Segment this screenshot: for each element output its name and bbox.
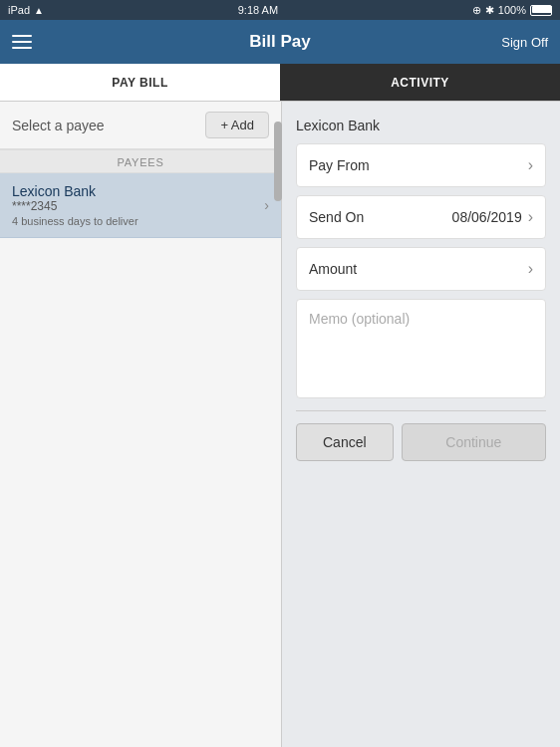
cancel-button[interactable]: Cancel xyxy=(296,423,394,461)
send-on-field[interactable]: Send On 08/06/2019 › xyxy=(296,195,546,239)
battery-icon xyxy=(530,5,552,16)
payee-info: Lexicon Bank ****2345 4 business days to… xyxy=(12,183,139,227)
hamburger-line-1 xyxy=(12,35,32,37)
tab-activity[interactable]: Activity xyxy=(280,64,560,101)
tab-pay-bill[interactable]: Pay Bill xyxy=(0,64,280,101)
chevron-right-icon: › xyxy=(264,197,269,213)
battery-label: 100% xyxy=(498,4,526,16)
button-row: Cancel Continue xyxy=(296,423,546,461)
tab-bar: Pay Bill Activity xyxy=(0,64,560,102)
payee-account: ****2345 xyxy=(12,199,139,213)
status-right: ⊕ ✱ 100% xyxy=(472,4,552,17)
select-payee-label: Select a payee xyxy=(12,118,105,133)
payee-delivery: 4 business days to deliver xyxy=(12,215,139,227)
device-label: iPad xyxy=(8,4,30,16)
send-on-value: 08/06/2019 › xyxy=(452,208,533,226)
nav-bar: Bill Pay Sign Off xyxy=(0,20,560,64)
list-item[interactable]: Lexicon Bank ****2345 4 business days to… xyxy=(0,173,281,238)
pay-from-label: Pay From xyxy=(309,157,370,173)
page-title: Bill Pay xyxy=(249,20,310,64)
pay-from-chevron-icon: › xyxy=(528,156,533,174)
scroll-indicator xyxy=(274,122,282,201)
hamburger-line-2 xyxy=(12,41,32,43)
memo-placeholder: Memo (optional) xyxy=(309,311,410,327)
continue-button[interactable]: Continue xyxy=(402,423,546,461)
status-bar: iPad ▲ 9:18 AM ⊕ ✱ 100% xyxy=(0,0,560,20)
divider xyxy=(296,410,546,411)
send-on-chevron-icon: › xyxy=(528,208,533,226)
payee-name: Lexicon Bank xyxy=(12,183,139,199)
amount-chevron-icon: › xyxy=(528,260,533,278)
memo-field[interactable]: Memo (optional) xyxy=(296,299,546,398)
send-on-label: Send On xyxy=(309,209,364,225)
hamburger-menu-button[interactable] xyxy=(12,35,32,49)
selected-payee-title: Lexicon Bank xyxy=(296,118,546,133)
bluetooth-icon: ✱ xyxy=(485,4,494,17)
wifi-icon: ▲ xyxy=(34,5,44,16)
right-panel: Lexicon Bank Pay From › Send On 08/06/20… xyxy=(282,102,560,747)
select-payee-bar: Select a payee + Add xyxy=(0,102,281,149)
add-payee-button[interactable]: + Add xyxy=(205,112,269,138)
main-layout: Select a payee + Add Payees Lexicon Bank… xyxy=(0,102,560,747)
location-icon: ⊕ xyxy=(472,4,481,17)
hamburger-line-3 xyxy=(12,47,32,49)
pay-from-field[interactable]: Pay From › xyxy=(296,143,546,187)
left-panel: Select a payee + Add Payees Lexicon Bank… xyxy=(0,102,282,747)
amount-label: Amount xyxy=(309,261,357,277)
status-left: iPad ▲ xyxy=(8,4,44,16)
sign-off-button[interactable]: Sign Off xyxy=(501,35,548,50)
payees-header: Payees xyxy=(0,149,281,173)
time-display: 9:18 AM xyxy=(238,4,278,16)
amount-field[interactable]: Amount › xyxy=(296,247,546,291)
